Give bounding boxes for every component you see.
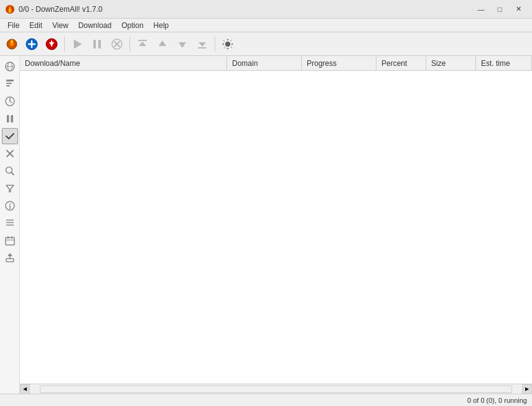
- main-area: Download/Name Domain Progress Percent Si…: [0, 56, 532, 394]
- col-progress[interactable]: Progress: [302, 56, 376, 70]
- resume-button[interactable]: [68, 35, 86, 53]
- skip-first-button[interactable]: [133, 35, 152, 53]
- svg-rect-10: [98, 40, 101, 48]
- menu-download[interactable]: Download: [73, 19, 116, 32]
- scroll-left-button[interactable]: ◀: [20, 384, 30, 394]
- sidebar-failed[interactable]: [2, 145, 18, 162]
- app-icon: [5, 4, 15, 14]
- svg-marker-8: [74, 40, 82, 48]
- toolbar: [0, 32, 532, 56]
- svg-point-2: [11, 40, 13, 43]
- up-button[interactable]: [153, 35, 172, 53]
- sidebar-info[interactable]: [2, 198, 18, 214]
- settings-button[interactable]: [218, 35, 237, 53]
- separator-1: [64, 37, 65, 52]
- sidebar-pending[interactable]: [2, 93, 18, 109]
- sidebar-paused[interactable]: [2, 111, 18, 127]
- svg-marker-17: [179, 42, 186, 48]
- column-headers: Download/Name Domain Progress Percent Si…: [20, 56, 532, 71]
- cancel-button[interactable]: [108, 35, 126, 53]
- horizontal-scrollbar[interactable]: ◀ ▶: [20, 384, 532, 394]
- svg-marker-49: [7, 253, 12, 256]
- svg-rect-31: [7, 115, 9, 122]
- globe-button[interactable]: [2, 35, 21, 53]
- svg-marker-15: [139, 42, 146, 46]
- download-area: Download/Name Domain Progress Percent Si…: [20, 56, 532, 394]
- sidebar-completed[interactable]: [2, 128, 18, 144]
- status-bar: 0 of 0 (0), 0 running: [0, 394, 532, 406]
- sidebar-export[interactable]: [2, 250, 18, 266]
- col-domain[interactable]: Domain: [227, 56, 302, 70]
- menu-bar: File Edit View Download Option Help: [0, 19, 532, 32]
- window-controls: — □ ✕: [472, 2, 527, 16]
- separator-3: [215, 37, 215, 52]
- sidebar-filter[interactable]: [2, 180, 18, 196]
- sidebar-log[interactable]: [2, 215, 18, 231]
- add-button[interactable]: [22, 35, 41, 53]
- stop-add-button[interactable]: [42, 35, 61, 53]
- col-download-name[interactable]: Download/Name: [20, 56, 227, 70]
- sidebar-calendar[interactable]: [2, 233, 18, 249]
- svg-rect-25: [6, 80, 14, 81]
- svg-line-30: [10, 101, 12, 103]
- separator-2: [129, 37, 130, 52]
- svg-marker-19: [198, 42, 206, 47]
- download-list[interactable]: [20, 71, 532, 384]
- status-text: 0 of 0 (0), 0 running: [467, 397, 527, 404]
- svg-point-38: [9, 203, 11, 205]
- sidebar-downloading[interactable]: [2, 76, 18, 92]
- title-bar: 0/0 - DownZemAll! v1.7.0 — □ ✕: [0, 0, 532, 19]
- sidebar: [0, 56, 20, 394]
- menu-help[interactable]: Help: [149, 19, 174, 32]
- svg-rect-26: [6, 83, 12, 84]
- svg-point-21: [226, 43, 229, 45]
- down-button[interactable]: [173, 35, 192, 53]
- skip-last-button[interactable]: [193, 35, 212, 53]
- sidebar-all-downloads[interactable]: [2, 58, 18, 75]
- svg-rect-9: [93, 40, 96, 48]
- menu-file[interactable]: File: [2, 19, 24, 32]
- menu-view[interactable]: View: [47, 19, 73, 32]
- maximize-button[interactable]: □: [491, 2, 508, 16]
- close-button[interactable]: ✕: [510, 2, 527, 16]
- pause-button[interactable]: [88, 35, 106, 53]
- col-size[interactable]: Size: [426, 56, 476, 70]
- sidebar-search[interactable]: [2, 163, 18, 179]
- menu-option[interactable]: Option: [116, 19, 148, 32]
- window-title: 0/0 - DownZemAll! v1.7.0: [19, 5, 472, 14]
- svg-rect-32: [11, 115, 13, 122]
- svg-marker-16: [159, 40, 166, 46]
- col-percent[interactable]: Percent: [376, 56, 426, 70]
- svg-rect-27: [6, 85, 10, 86]
- minimize-button[interactable]: —: [472, 2, 490, 16]
- menu-edit[interactable]: Edit: [24, 19, 47, 32]
- col-est-time[interactable]: Est. time: [476, 56, 532, 70]
- scrollbar-track[interactable]: [40, 385, 512, 393]
- scroll-right-button[interactable]: ▶: [522, 384, 532, 394]
- svg-rect-43: [6, 238, 14, 245]
- svg-line-36: [11, 173, 14, 175]
